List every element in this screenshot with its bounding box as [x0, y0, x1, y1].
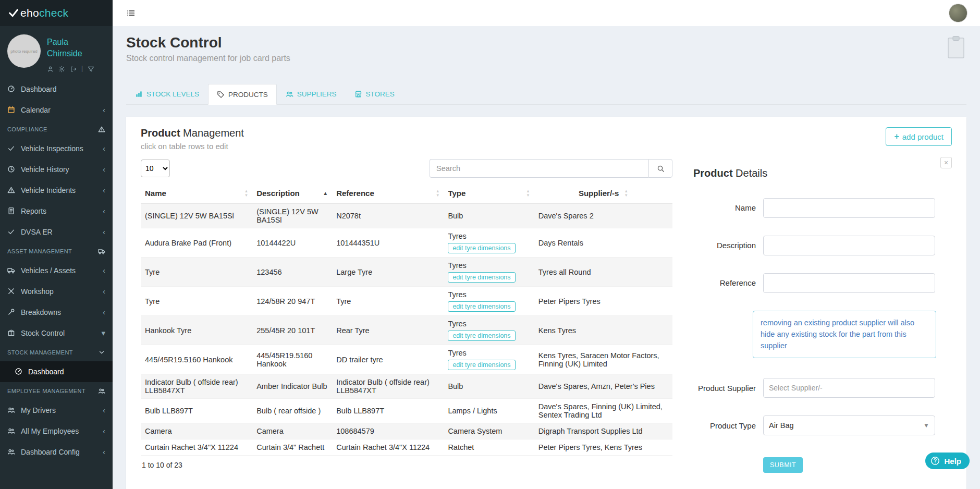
sidebar: ehocheck photo required Paula Chirnside …	[0, 0, 113, 489]
chevron-left-icon: ‹	[103, 105, 105, 114]
sidebar-item-breakdowns[interactable]: Breakdowns‹	[0, 302, 113, 323]
search-input[interactable]	[430, 159, 648, 178]
table-row[interactable]: Tyre123456Large TyreTyresedit tyre dimen…	[141, 258, 672, 287]
submit-button[interactable]: SUBMIT	[763, 457, 803, 473]
card-body: 10 Name▲▼Description▲Reference▲▼Type▲▼Su…	[141, 152, 952, 473]
chevron-left-icon: ‹	[103, 266, 105, 275]
section-label: EMPLOYEE MANAGEMENT	[7, 388, 85, 394]
sidebar-item-dashboard[interactable]: Dashboard	[0, 79, 113, 100]
cell-suppliers: Digraph Transport Supplies Ltd	[534, 423, 672, 439]
column-label: Reference	[336, 189, 374, 198]
reference-input[interactable]	[763, 273, 935, 293]
sidebar-menu: DashboardCalendar‹COMPLIANCEVehicle Insp…	[0, 79, 113, 489]
table-controls: 10	[141, 159, 672, 178]
calendar-icon	[7, 106, 15, 114]
profile-settings-icon[interactable]	[58, 65, 65, 72]
chevron-left-icon: ‹	[103, 426, 105, 435]
cell-description: 10144422U	[252, 228, 332, 258]
cell-name: Indicator Bulb ( offside rear) LLB5847XT	[141, 374, 252, 399]
cell-reference: Large Tyre	[332, 258, 444, 287]
table-row[interactable]: Tyre124/58R 20 947TTyreTyresedit tyre di…	[141, 287, 672, 316]
help-button[interactable]: Help	[925, 453, 970, 469]
tab-stores[interactable]: STORES	[346, 84, 403, 104]
sidebar-item-vehicle-history[interactable]: Vehicle History‹	[0, 159, 113, 180]
cell-type: Tyresedit tyre dimensions	[444, 287, 534, 316]
sidebar-item-dashboard-config[interactable]: Dashboard Config‹	[0, 442, 113, 462]
column-header-description[interactable]: Description▲	[252, 183, 332, 204]
sidebar-item-all-my-employees[interactable]: All My Employees‹	[0, 421, 113, 442]
cell-name: (SINGLE) 12V 5W BA15Sl	[141, 204, 252, 228]
page-size-select[interactable]: 10	[141, 160, 170, 177]
description-input[interactable]	[763, 236, 935, 255]
table-row[interactable]: CameraCamera108684579Camera SystemDigrap…	[141, 423, 672, 439]
edit-tyre-dimensions-button[interactable]: edit tyre dimensions	[448, 331, 515, 341]
table-row[interactable]: Audura Brake Pad (Front)10144422U1014443…	[141, 228, 672, 258]
product-type-label: Product Type	[693, 421, 756, 431]
tab-suppliers[interactable]: SUPPLIERS	[277, 84, 346, 104]
check-icon	[7, 144, 15, 152]
sort-icon: ▲▼	[436, 189, 439, 197]
wrench-icon	[7, 308, 15, 316]
sidebar-item-vehicle-incidents[interactable]: Vehicle Incidents‹	[0, 180, 113, 201]
users-icon	[286, 90, 293, 98]
topbar-avatar[interactable]	[949, 4, 967, 22]
profile-logout-icon[interactable]	[70, 65, 77, 72]
cell-name: Tyre	[141, 258, 252, 287]
name-input[interactable]	[763, 198, 935, 218]
table-row[interactable]: Indicator Bulb ( offside rear) LLB5847XT…	[141, 374, 672, 399]
edit-tyre-dimensions-button[interactable]: edit tyre dimensions	[448, 301, 515, 312]
sidebar-item-vehicles-assets[interactable]: Vehicles / Assets‹	[0, 260, 113, 281]
product-supplier-input[interactable]	[763, 378, 935, 398]
column-header-name[interactable]: Name▲▼	[141, 183, 252, 204]
table-row[interactable]: (SINGLE) 12V 5W BA15Sl(SINGLE) 12V 5W BA…	[141, 204, 672, 228]
product-type-select[interactable]: Air Bag ▼	[763, 415, 935, 435]
page-title: Stock Control	[126, 34, 966, 51]
sidebar-section-employee-management: EMPLOYEE MANAGEMENT	[0, 382, 113, 400]
sidebar-item-dashboard[interactable]: Dashboard	[0, 361, 113, 382]
column-header-type[interactable]: Type▲▼	[444, 183, 534, 204]
sidebar-item-dvsa-er[interactable]: DVSA ER‹	[0, 222, 113, 242]
truck-icon	[98, 248, 105, 255]
product-type-value: Air Bag	[769, 421, 794, 430]
sidebar-item-vehicle-inspections[interactable]: Vehicle Inspections‹	[0, 138, 113, 159]
sidebar-item-reports[interactable]: Reports‹	[0, 201, 113, 222]
tab-stock-levels[interactable]: STOCK LEVELS	[126, 84, 208, 104]
edit-tyre-dimensions-button[interactable]: edit tyre dimensions	[448, 360, 515, 370]
sidebar-toggle[interactable]	[126, 8, 136, 18]
close-icon[interactable]: ×	[940, 157, 952, 168]
sidebar-item-workshop[interactable]: Workshop‹	[0, 281, 113, 302]
column-header-reference[interactable]: Reference▲▼	[332, 183, 444, 204]
supplier-info-note: removing an existing product supplier wi…	[753, 311, 936, 358]
pagination-info: 1 to 10 of 23	[141, 461, 672, 469]
sidebar-item-label: Vehicle Incidents	[21, 186, 76, 194]
sidebar-item-stock-control[interactable]: Stock Control▾	[0, 323, 113, 344]
chevron-left-icon: ‹	[103, 186, 105, 194]
product-management-card: Product Management click on table rows t…	[126, 117, 966, 489]
brand-logo[interactable]: ehocheck	[0, 0, 113, 26]
cell-description: 445/45R19.5160 Hankook	[252, 345, 332, 374]
cell-suppliers: Days Rentals	[534, 228, 672, 258]
edit-tyre-dimensions-button[interactable]: edit tyre dimensions	[448, 272, 515, 283]
table-row[interactable]: 445/45R19.5160 Hankook445/45R19.5160 Han…	[141, 345, 672, 374]
cell-description: 124/58R 20 947T	[252, 287, 332, 316]
cell-suppliers: Kens Tyres, Saracen Motor Factors, Finni…	[534, 345, 672, 374]
plus-icon: +	[894, 132, 899, 141]
column-header-supplier-s[interactable]: Supplier/-s▲▼	[534, 183, 672, 204]
tab-products[interactable]: PRODUCTS	[208, 84, 277, 105]
sidebar-item-my-drivers[interactable]: My Drivers‹	[0, 400, 113, 421]
cell-suppliers: Peter Pipers Tyres, Kens Tyres	[534, 439, 672, 456]
table-row[interactable]: Hankook Tyre255/45R 20 101TRear TyreTyre…	[141, 316, 672, 345]
profile-avatar[interactable]: photo required	[7, 34, 41, 68]
add-product-button[interactable]: + add product	[886, 127, 952, 146]
profile-user-icon[interactable]	[47, 65, 54, 72]
description-field-row: Description	[693, 236, 952, 255]
edit-tyre-dimensions-button[interactable]: edit tyre dimensions	[448, 243, 515, 253]
cell-suppliers: Tyres all Round	[534, 258, 672, 287]
card-head: Product Management click on table rows t…	[141, 127, 952, 151]
table-row[interactable]: Curtain Rachet 3/4"X 11224Curtain 3/4" R…	[141, 439, 672, 456]
cell-name: Audura Brake Pad (Front)	[141, 228, 252, 258]
table-row[interactable]: Bulb LLB897TBulb ( rear offside )Bulb LL…	[141, 399, 672, 423]
sidebar-item-calendar[interactable]: Calendar‹	[0, 100, 113, 120]
profile-filter-icon[interactable]	[88, 65, 94, 72]
search-button[interactable]	[648, 159, 672, 178]
